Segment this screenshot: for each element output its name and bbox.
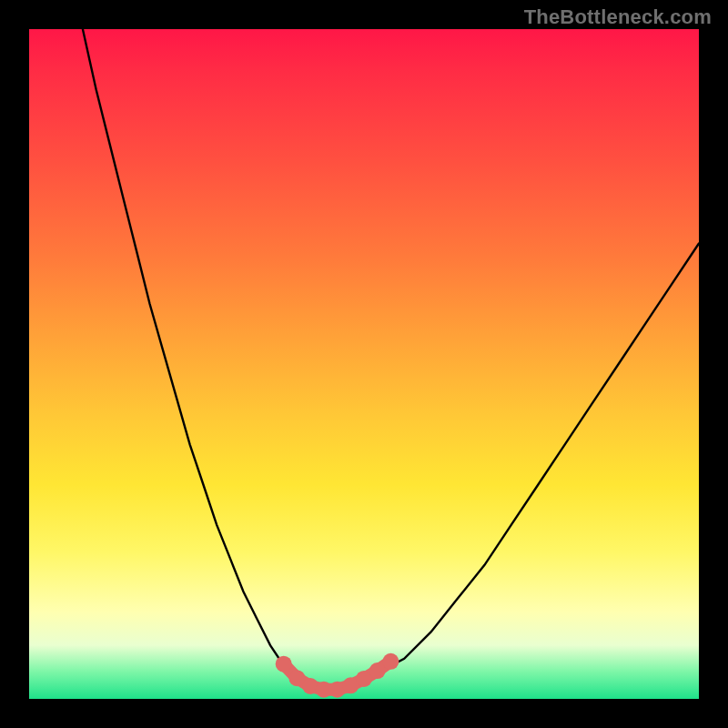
valley-dot xyxy=(369,662,386,679)
curve-layer xyxy=(29,29,699,699)
valley-dot xyxy=(382,653,399,670)
bottleneck-curve xyxy=(83,29,699,691)
plot-area xyxy=(29,29,699,699)
valley-dot xyxy=(276,656,292,672)
chart-frame: TheBottleneck.com xyxy=(0,0,728,728)
watermark-text: TheBottleneck.com xyxy=(524,5,712,29)
valley-highlight-dots xyxy=(276,653,399,698)
